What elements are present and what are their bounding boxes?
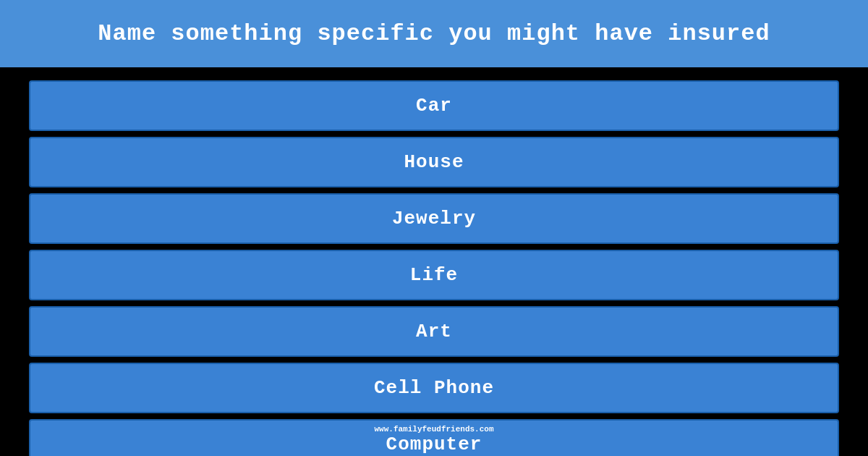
answer-label: House [404,151,464,173]
answer-row[interactable]: Car [29,80,839,131]
question-title: Name something specific you might have i… [98,20,770,47]
answer-row[interactable]: www.familyfeudfriends.comComputer [29,419,839,456]
answer-label: Car [416,95,452,117]
answer-label: Art [416,321,452,342]
question-header: Name something specific you might have i… [0,0,868,67]
answer-label: Jewelry [392,208,476,229]
answer-row[interactable]: Art [29,306,839,357]
answer-label: Cell Phone [374,377,494,399]
answer-label: Life [410,264,458,286]
answers-list: CarHouseJewelryLifeArtCell Phonewww.fami… [0,67,868,456]
answer-label: Computer [386,434,482,455]
answer-row[interactable]: House [29,137,839,187]
answer-row[interactable]: Cell Phone [29,363,839,413]
answer-row[interactable]: Jewelry [29,193,839,244]
footer-url: www.familyfeudfriends.com [374,425,493,434]
answer-row[interactable]: Life [29,250,839,300]
